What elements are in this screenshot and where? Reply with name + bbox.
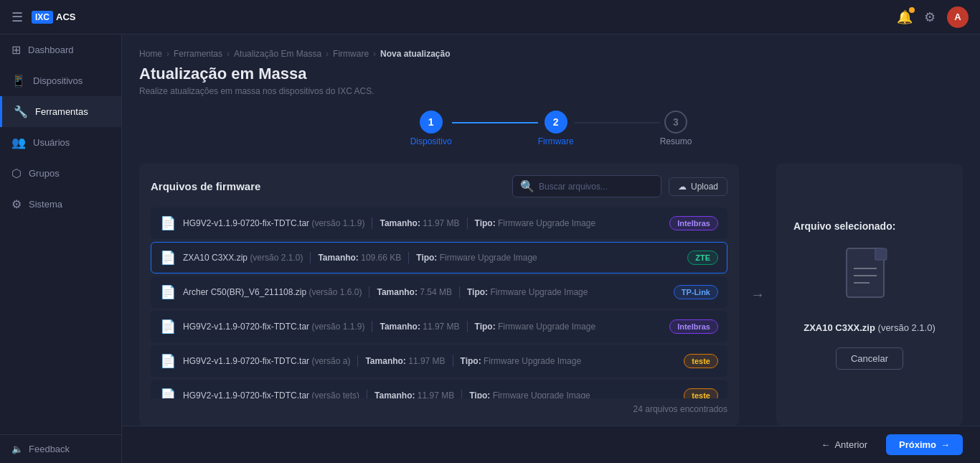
search-icon: 🔍 [520,179,534,193]
feedback-label: Feedback [29,444,70,454]
groups-icon: ⬡ [11,167,22,180]
avatar[interactable]: A [947,6,969,28]
sidebar-item-dispositivos[interactable]: 📱 Dispositivos [0,65,121,96]
file-size: Tamanho: 11.97 MB [380,322,459,332]
logo-ixc: IXC [32,11,53,24]
settings-icon[interactable]: ⚙ [924,9,936,25]
svg-rect-1 [875,248,887,260]
next-arrow-icon: → [941,439,950,450]
sidebar-item-ferramentas[interactable]: 🔧 Ferramentas [0,96,121,127]
upload-button[interactable]: ☁ Upload [669,177,727,196]
search-input[interactable] [539,182,654,192]
stepper: 1 Dispositivo 2 Firmware 3 Resumo [139,111,963,146]
users-icon: 👥 [11,136,26,149]
dashboard-icon: ⊞ [11,43,21,57]
table-row[interactable]: 📄 Archer C50(BR)_V6_211108.zip (versão 1… [151,276,727,308]
file-panel: Arquivos de firmware 🔍 ☁ Upload [139,164,739,426]
sidebar-item-sistema[interactable]: ⚙ Sistema [0,189,121,220]
step-resumo: 3 Resumo [660,111,692,146]
feedback-button[interactable]: 🔈 Feedback [11,444,110,454]
cancel-button[interactable]: Cancelar [836,347,903,370]
tools-icon: 🔧 [14,105,28,118]
file-count: 24 arquivos encontrados [151,398,727,414]
file-size: Tamanho: 7.54 MB [377,287,451,297]
file-badge: teste [684,388,718,398]
logo: IXC ACS [32,11,75,24]
table-row[interactable]: 📄 HG9V2-v1.1.9-0720-fix-TDTC.tar (versão… [151,345,727,377]
file-type: Tipo: Firmware Upgrade Image [461,356,582,366]
file-badge: ZTE [687,251,718,265]
next-button[interactable]: Próximo → [886,434,963,455]
file-badge: TP-Link [674,285,718,299]
table-row[interactable]: 📄 HG9V2-v1.1.9-0720-fix-TDTC.tar (versão… [151,311,727,342]
file-name: HG9V2-v1.1.9-0720-fix-TDTC.tar (versão t… [183,390,359,398]
file-size: Tamanho: 11.97 MB [365,356,445,366]
file-divider [310,252,311,263]
file-divider-2 [453,355,453,367]
step-line-1 [452,122,538,123]
prev-label: Anterior [834,439,867,450]
selected-file-version: versão 2.1.0 [881,322,933,333]
step-label-1: Dispositivo [410,136,452,146]
upload-label: Upload [691,182,718,192]
breadcrumb-firmware[interactable]: Firmware [333,49,369,59]
breadcrumb-atualizacao[interactable]: Atualização Em Massa [234,49,321,59]
file-divider [369,286,369,298]
file-icon: 📄 [160,284,176,300]
file-divider-2 [459,286,460,298]
prev-arrow-icon: ← [821,439,830,450]
file-icon: 📄 [160,388,176,398]
file-divider-2 [408,252,409,263]
sidebar-item-label: Dispositivos [33,75,83,86]
main-content: Home › Ferramentas › Atualização Em Mass… [122,34,980,463]
sidebar-item-label: Usuários [33,137,70,148]
step-circle-3: 3 [664,111,687,134]
breadcrumb-sep-3: › [326,49,329,59]
logo-acs: ACS [56,11,75,22]
page-title: Atualização em Massa [139,65,963,83]
table-row[interactable]: 📄 ZXA10 C3XX.zip (versão 2.1.0) Tamanho:… [151,242,727,273]
next-label: Próximo [899,439,936,450]
file-badge: teste [684,354,718,368]
sidebar-item-grupos[interactable]: ⬡ Grupos [0,158,121,189]
file-type: Tipo: Firmware Upgrade Image [469,390,590,398]
content-area: Arquivos de firmware 🔍 ☁ Upload [139,164,963,426]
breadcrumb-current: Nova atualização [380,49,450,59]
page-subtitle: Realize atualizações em massa nos dispos… [139,86,963,96]
file-name: HG9V2-v1.1.9-0720-fix-TDTC.tar (versão 1… [183,218,364,228]
file-panel-title: Arquivos de firmware [151,180,260,192]
menu-icon[interactable]: ☰ [11,9,23,25]
file-list: 📄 HG9V2-v1.1.9-0720-fix-TDTC.tar (versão… [151,207,727,398]
breadcrumb-home[interactable]: Home [139,49,162,59]
step-line-2 [574,122,660,123]
prev-button[interactable]: ← Anterior [811,434,877,455]
breadcrumb-ferramentas[interactable]: Ferramentas [174,49,222,59]
sidebar-item-usuarios[interactable]: 👥 Usuários [0,127,121,158]
step-label-3: Resumo [660,136,692,146]
file-type: Tipo: Firmware Upgrade Image [467,287,588,297]
sidebar-item-label: Grupos [29,168,60,179]
step-circle-2: 2 [545,111,567,134]
table-row[interactable]: 📄 HG9V2-v1.1.9-0720-fix-TDTC.tar (versão… [151,207,727,239]
file-icon: 📄 [160,215,176,231]
devices-icon: 📱 [11,74,26,88]
file-panel-header: Arquivos de firmware 🔍 ☁ Upload [151,175,727,197]
file-divider-2 [467,321,468,332]
file-divider [372,218,372,229]
file-icon: 📄 [160,319,176,335]
table-row[interactable]: 📄 HG9V2-v1.1.9-0720-fix-TDTC.tar (versão… [151,380,727,398]
selected-file-name-text: ZXA10 C3XX.zip [804,322,875,333]
file-size: Tamanho: 11.97 MB [374,390,454,398]
selected-file-name: ZXA10 C3XX.zip (versão 2.1.0) [804,322,936,333]
topbar: ☰ IXC ACS 🔔 ⚙ A [0,0,980,34]
bottom-bar: ← Anterior Próximo → [122,426,980,463]
breadcrumb-sep-2: › [227,49,230,59]
search-box[interactable]: 🔍 [512,175,661,197]
notifications-icon[interactable]: 🔔 [897,9,913,25]
file-name: HG9V2-v1.1.9-0720-fix-TDTC.tar (versão 1… [183,322,364,332]
right-panel-title: Arquivo selecionado: [793,220,895,232]
sidebar-item-dashboard[interactable]: ⊞ Dashboard [0,34,121,65]
system-icon: ⚙ [11,197,22,211]
file-badge: Intelbras [669,216,718,230]
file-divider [367,390,367,398]
